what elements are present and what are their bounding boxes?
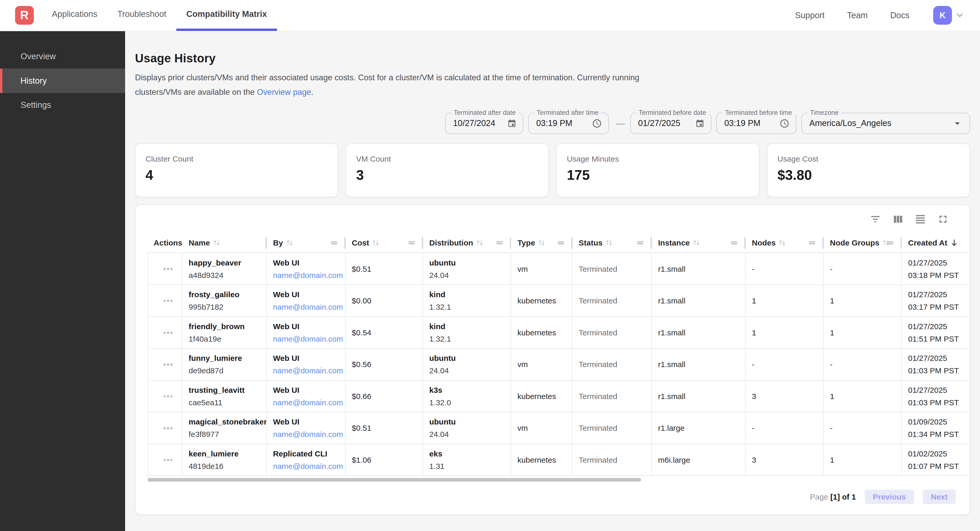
row-by-email[interactable]: name@domain.com [273,428,345,441]
row-created-date: 01/27/2025 [908,352,970,365]
nav-link-docs[interactable]: Docs [890,11,910,20]
filter-terminated-before-time[interactable]: Terminated before time03:19 PM [716,113,796,134]
row-distribution: k3s [430,384,511,396]
table-row: magical_stonebrakerfe3f8977Web UIname@do… [148,412,970,444]
sidebar-item-settings[interactable]: Settings [0,93,125,117]
filter-terminated-before-date[interactable]: Terminated before date01/27/2025 [630,113,711,134]
row-status: Terminated [579,295,651,307]
user-avatar[interactable]: K [933,6,952,25]
column-menu-icon[interactable] [730,239,738,247]
usage-table: ActionsNameByCostDistributionTypeStatusI… [148,233,970,481]
column-header-actions: Actions [148,233,183,253]
row-created-date: 01/27/2025 [908,288,970,301]
row-by-source: Replicated CLI [273,448,345,460]
row-id: fe3f8977 [189,428,266,441]
row-by-email[interactable]: name@domain.com [273,301,345,313]
column-header-nodes[interactable]: Nodes [746,233,824,253]
row-instance: m6i.large [658,454,745,466]
density-icon[interactable] [915,213,926,225]
table-row: happy_beavera48d9324Web UIname@domain.co… [148,253,970,285]
overview-page-link[interactable]: Overview page [257,87,311,97]
tab-compatibility-matrix[interactable]: Compatibility Matrix [177,0,277,31]
filter-terminated-after-time[interactable]: Terminated after time03:19 PM [528,113,609,134]
cell-actions [148,380,183,412]
tab-troubleshoot[interactable]: Troubleshoot [107,0,177,31]
calendar-icon [507,119,517,128]
row-by-email[interactable]: name@domain.com [273,365,345,377]
row-actions-button[interactable] [164,455,173,465]
row-id: de9ed87d [189,365,266,377]
cell-by: Web UIname@domain.com [267,412,346,444]
row-actions-button[interactable] [164,360,173,369]
row-by-email[interactable]: name@domain.com [273,269,345,282]
column-header-created-at[interactable]: Created At [902,233,970,253]
row-actions-button[interactable] [164,392,173,401]
row-actions-button[interactable] [164,296,173,306]
sidebar-item-history[interactable]: History [0,68,125,93]
usage-table-card: ActionsNameByCostDistributionTypeStatusI… [135,204,970,515]
column-menu-icon[interactable] [495,239,504,247]
row-distribution: kind [430,320,511,333]
nav-link-team[interactable]: Team [847,11,868,20]
column-header-cost[interactable]: Cost [346,233,423,253]
row-distribution-version: 1.31 [430,460,511,472]
cell-actions [148,349,183,380]
stat-label: Cluster Count [146,155,328,163]
filters-row: Terminated after date10/27/2024Terminate… [135,113,970,134]
column-menu-icon[interactable] [330,239,338,247]
scrollbar-thumb[interactable] [148,478,641,482]
table-body: happy_beavera48d9324Web UIname@domain.co… [148,253,970,476]
column-menu-icon[interactable] [407,239,415,247]
cell-node-groups: - [824,349,902,380]
row-actions-button[interactable] [164,264,173,274]
row-by-email[interactable]: name@domain.com [273,396,345,409]
column-header-type[interactable]: Type [511,233,573,253]
column-header-by[interactable]: By [267,233,346,253]
previous-page-button[interactable]: Previous [865,490,914,504]
cell-nodes: 3 [746,444,824,476]
description-line2: clusters/VMs are available on the [135,87,257,97]
cell-type: vm [511,253,573,285]
sidebar-item-overview[interactable]: Overview [0,44,125,69]
column-menu-icon[interactable] [808,239,816,247]
replicated-logo[interactable]: R [15,6,34,25]
row-nodes: 3 [752,454,823,466]
row-actions-button[interactable] [164,423,173,433]
columns-icon[interactable] [892,213,904,225]
fullscreen-icon[interactable] [937,213,949,225]
cell-actions [148,444,183,476]
cell-created-at: 01/27/202501:03 PM PST [902,349,970,380]
filter-label: Terminated before date [636,109,709,116]
row-distribution: eks [430,448,511,460]
row-actions-button[interactable] [164,328,173,338]
column-header-distribution[interactable]: Distribution [423,233,511,253]
column-menu-icon[interactable] [557,239,565,247]
column-menu-icon[interactable] [886,239,894,247]
cell-type: kubernetes [511,285,573,317]
chevron-down-icon[interactable] [955,11,964,20]
filter-timezone[interactable]: TimezoneAmerica/Los_Angeles [801,113,970,134]
column-header-status[interactable]: Status [573,233,652,253]
cell-type: kubernetes [511,380,573,412]
row-id: 1f40a19e [189,333,266,345]
filter-terminated-after-date[interactable]: Terminated after date10/27/2024 [445,113,523,134]
cell-type: vm [511,412,573,444]
cell-status: Terminated [573,380,652,412]
column-label: Cost [352,238,369,247]
row-by-email[interactable]: name@domain.com [273,460,345,472]
filter-icon[interactable] [869,213,881,225]
next-page-button[interactable]: Next [923,490,956,504]
sort-icon [778,239,786,247]
column-header-name[interactable]: Name [182,233,267,253]
column-header-instance[interactable]: Instance [652,233,745,253]
cell-instance: m6i.large [652,444,745,476]
row-by-source: Web UI [273,384,345,396]
cell-by: Web UIname@domain.com [267,317,346,349]
row-by-email[interactable]: name@domain.com [273,333,345,345]
page-title: Usage History [135,52,970,65]
cell-nodes: 1 [746,317,824,349]
tab-applications[interactable]: Applications [42,0,107,31]
column-header-node-groups[interactable]: Node Groups [824,233,902,253]
nav-link-support[interactable]: Support [795,11,825,20]
column-menu-icon[interactable] [636,239,644,247]
